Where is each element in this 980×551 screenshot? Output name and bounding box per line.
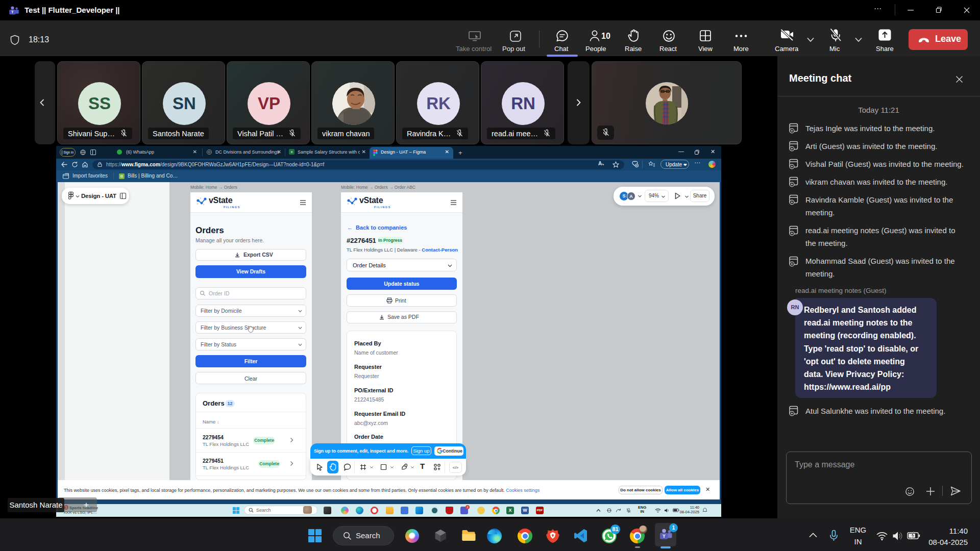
svg-text:T: T bbox=[11, 10, 14, 14]
svg-text:T: T bbox=[663, 533, 666, 539]
